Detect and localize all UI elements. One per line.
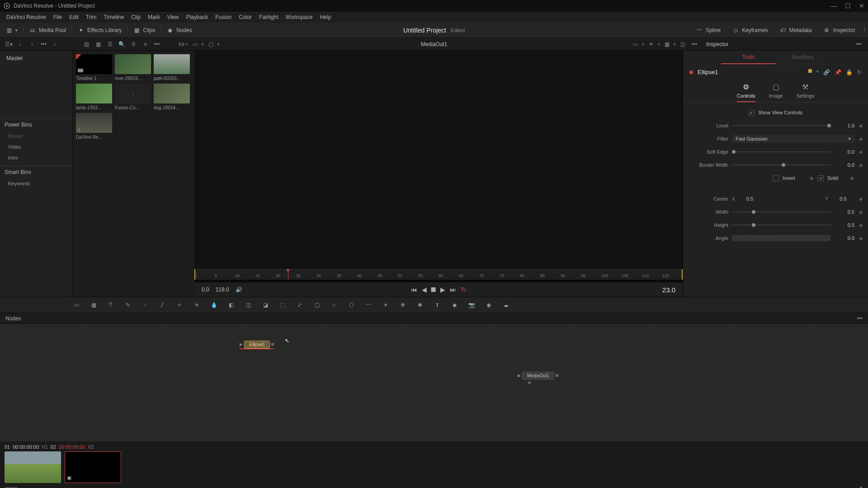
node-input-icon[interactable]: ▶ [518,373,521,378]
node-mediaout1[interactable]: ▶ MediaOut1 [518,371,558,380]
time-ruler[interactable]: 0510152025303540455055606570758085909510… [194,269,683,280]
tool-matte[interactable]: ◪ [261,301,269,309]
soft-edge-keyframe[interactable]: ◆ [858,149,863,155]
menu-color[interactable]: Color [235,14,255,20]
nodes-canvas[interactable]: ▶ Ellipse1 ↖ ▶ MediaOut1 [0,324,868,441]
bin-master[interactable]: Master [0,51,72,66]
out-point[interactable]: 119.0 [216,286,229,293]
invert-keyframe[interactable]: ◆ [809,175,814,181]
clips-button[interactable]: ▦Clips [128,23,161,38]
spline-button[interactable]: 〰Spline [690,27,726,34]
menu-edit[interactable]: Edit [66,14,82,20]
center-keyframe[interactable]: ◆ [858,196,863,202]
tool-tracker[interactable]: ⁘ [141,301,149,309]
media-thumb-path[interactable]: path-83203... [154,54,190,81]
audio-icon[interactable]: 🔊 [236,286,242,293]
view-list-button[interactable]: ☰ [105,39,115,49]
menu-playback[interactable]: Playback [182,14,212,20]
media-thumb-river[interactable]: river-29519... [115,54,151,81]
bin-item-keywords[interactable]: Keywords [0,178,72,189]
view-mode-2[interactable]: ▢ [206,39,216,49]
loop-button[interactable]: ↻ [461,286,467,294]
tab-tools[interactable]: Tools [721,51,775,64]
menu-view[interactable]: View [164,14,183,20]
node-action-reset[interactable]: ↻ [857,69,862,75]
tab-modifiers[interactable]: Modifiers [776,51,830,64]
bin-item-intro[interactable]: Intro [0,152,72,163]
menu-timeline[interactable]: Timeline [100,14,127,20]
version-dropdown[interactable]: ▾ [816,69,819,75]
minimize-button[interactable]: — [830,2,837,9]
nodes-options[interactable]: ••• [857,315,863,322]
tool-colorcorrect[interactable]: ◧ [227,301,235,309]
tool-brush[interactable]: 〳 [158,301,166,309]
filter-keyframe[interactable]: ◆ [858,136,863,142]
clip-thumb-2[interactable]: ▣ [65,451,121,483]
center-x-value[interactable]: 0.5 [739,196,761,202]
border-width-keyframe[interactable]: ◆ [858,162,863,168]
angle-value[interactable]: 0.0 [835,235,854,241]
node-action-lock[interactable]: 🔒 [846,69,853,75]
first-frame-button[interactable]: ⏮ [411,286,417,293]
tool-merge[interactable]: ◫ [244,301,252,309]
tool-text[interactable]: T [107,301,115,309]
tool-3drender[interactable]: ☁ [502,301,510,309]
step-back-button[interactable]: ◀ [422,286,427,293]
bin-item-video[interactable]: Video [0,141,72,152]
gain-button[interactable]: ☀ [646,39,656,49]
node-output-port[interactable] [556,374,558,377]
tool-fastnoise[interactable]: ▦ [90,301,98,309]
tool-brightness[interactable]: ☀ [193,301,201,309]
width-value[interactable]: 0.5 [835,209,854,215]
zoom-fit-button[interactable]: Fit [179,39,184,49]
tool-transform[interactable]: ⬚ [278,301,287,309]
tool-wand[interactable]: ✧ [175,301,184,309]
media-thumb-fusion[interactable]: Fusion Co... [115,84,151,110]
close-button[interactable]: ✕ [859,2,864,9]
solid-keyframe[interactable]: ◆ [849,175,854,181]
clip-thumb-1[interactable] [5,451,61,483]
tool-rectangle[interactable]: ▢ [313,301,321,309]
stop-button[interactable] [431,287,436,292]
nav-fwd-button[interactable]: › [27,39,37,49]
border-width-slider[interactable] [732,164,831,165]
tool-particle1[interactable]: ✶ [382,301,390,309]
play-button[interactable]: ▶ [440,286,445,293]
menu-clip[interactable]: Clip [127,14,144,20]
width-slider[interactable] [732,211,831,212]
tool-paint[interactable]: ✎ [124,301,132,309]
invert-checkbox[interactable] [773,175,779,181]
bin-item-master[interactable]: Master [0,131,72,141]
node-action-link[interactable]: 🔗 [823,69,830,75]
subtab-image[interactable]: ▢Image [769,83,783,102]
media-thumb-dog[interactable]: dog-18014... [154,84,190,110]
level-value[interactable]: 1.0 [835,123,854,128]
node-output-port[interactable] [271,343,274,346]
soft-edge-value[interactable]: 0.0 [835,149,854,155]
quad-view-button[interactable]: ▦ [662,39,672,49]
angle-keyframe[interactable]: ◆ [858,235,863,241]
menu-workspace[interactable]: Workspace [282,14,316,20]
search-button[interactable]: 🔍 [117,39,127,49]
power-bins-header[interactable]: Power Bins [0,118,72,131]
metadata-button[interactable]: 🏷Metadata [774,27,817,34]
show-view-checkbox[interactable]: ✓ [749,110,755,116]
border-width-value[interactable]: 0.0 [835,162,854,168]
current-frame[interactable]: 23.0 [662,286,675,294]
nodes-button[interactable]: ◉Nodes [161,23,198,38]
tool-blur[interactable]: 💧 [210,301,218,309]
subtab-settings[interactable]: ⚒Settings [796,83,814,102]
view-mode-1[interactable]: ▭ [190,39,200,49]
inspector-options-icon[interactable]: ••• [854,41,863,47]
tool-particle3[interactable]: ✱ [416,301,424,309]
center-y-value[interactable]: 0.5 [832,196,854,202]
smart-bins-header[interactable]: Smart Bins [0,166,72,178]
subviewer-button[interactable]: ▭ [630,39,640,49]
layout-dropdown[interactable]: ▥▾ [0,23,23,38]
viewer-options-icon[interactable]: ••• [689,41,699,47]
menu-file[interactable]: File [50,14,66,20]
soft-edge-slider[interactable] [732,151,831,152]
tool-3dlight[interactable]: ◉ [485,301,493,309]
level-slider[interactable] [732,125,831,126]
media-thumb-davinci[interactable]: DaVinci Re... [76,113,112,140]
